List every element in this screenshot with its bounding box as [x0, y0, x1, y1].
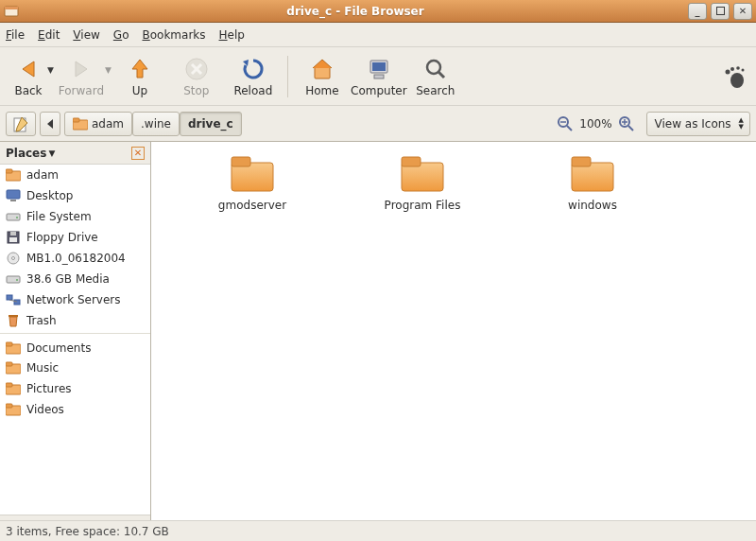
breadcrumb-item[interactable]: .wine — [132, 112, 180, 136]
folder-icon — [6, 361, 21, 375]
drive-icon — [6, 210, 21, 223]
reload-button[interactable]: Reload — [225, 54, 282, 99]
menu-view[interactable]: View — [73, 28, 99, 42]
svg-rect-34 — [10, 232, 16, 236]
location-bar: adam.winedrive_c 100% View as Icons ▲ ▼ — [0, 106, 756, 142]
sidebar-place-item[interactable]: Music — [0, 358, 150, 378]
svg-rect-29 — [7, 190, 20, 199]
drive-icon — [6, 272, 21, 286]
folder-item[interactable]: windows — [550, 153, 635, 212]
menu-bookmarks[interactable]: Bookmarks — [142, 28, 205, 42]
stop-button: Stop — [168, 54, 225, 99]
floppy-icon — [6, 231, 21, 244]
titlebar: drive_c - File Browser _ ✕ — [0, 0, 756, 23]
svg-point-15 — [736, 66, 740, 70]
svg-point-39 — [16, 279, 18, 281]
sidebar-place-item[interactable]: File System — [0, 206, 150, 227]
svg-rect-55 — [402, 157, 421, 166]
sidebar-place-item[interactable]: Documents — [0, 333, 150, 358]
svg-rect-6 — [315, 67, 330, 79]
svg-point-14 — [730, 67, 734, 71]
sidebar-resize-handle[interactable] — [0, 515, 150, 520]
svg-rect-49 — [6, 383, 12, 387]
svg-rect-47 — [6, 362, 12, 366]
home-button[interactable]: Home — [294, 54, 351, 99]
svg-rect-51 — [6, 404, 12, 408]
zoom-level[interactable]: 100% — [579, 117, 611, 131]
status-text: 3 items, Free space: 10.7 GB — [6, 525, 169, 538]
zoom-out-button[interactable] — [557, 115, 574, 132]
breadcrumb-scroll-left[interactable] — [40, 112, 60, 136]
close-sidebar-button[interactable]: ✕ — [131, 147, 145, 160]
chevron-down-icon: ▼ — [48, 148, 55, 158]
app-icon — [4, 4, 19, 19]
svg-point-13 — [726, 69, 730, 74]
folder-icon — [6, 403, 21, 416]
svg-line-11 — [438, 72, 444, 78]
sidebar-place-item[interactable]: Pictures — [0, 378, 150, 399]
menu-edit[interactable]: Edit — [38, 28, 60, 42]
svg-rect-41 — [14, 300, 20, 305]
sidebar-place-item[interactable]: adam — [0, 165, 150, 185]
sidebar-place-item[interactable]: 38.6 GB Media — [0, 269, 150, 289]
svg-rect-45 — [6, 342, 12, 346]
folder-item[interactable]: gmodserver — [210, 153, 295, 212]
view-mode-down[interactable]: ▼ — [737, 124, 746, 131]
svg-rect-30 — [10, 200, 16, 201]
zoom-in-button[interactable] — [618, 115, 635, 132]
svg-rect-1 — [5, 7, 18, 9]
minimize-button[interactable]: _ — [688, 3, 707, 20]
svg-rect-9 — [374, 75, 384, 79]
folder-icon — [400, 153, 445, 193]
network-icon — [6, 293, 21, 306]
menubar: File Edit View Go Bookmarks Help — [0, 23, 756, 47]
close-button[interactable]: ✕ — [733, 3, 752, 20]
svg-rect-31 — [7, 214, 20, 220]
trash-icon — [6, 314, 21, 327]
folder-home-icon — [6, 168, 21, 182]
forward-dropdown-icon[interactable]: ▼ — [105, 65, 112, 75]
breadcrumb-item[interactable]: adam — [64, 112, 132, 136]
maximize-button[interactable] — [711, 3, 730, 20]
folder-icon — [230, 153, 275, 193]
svg-rect-38 — [7, 276, 20, 283]
statusbar: 3 items, Free space: 10.7 GB — [0, 520, 756, 541]
menu-help[interactable]: Help — [219, 28, 245, 42]
svg-point-37 — [12, 257, 15, 260]
folder-icon — [570, 153, 615, 193]
breadcrumb-item[interactable]: drive_c — [180, 112, 242, 136]
sidebar-header[interactable]: Places ▼ ✕ — [0, 142, 150, 165]
svg-point-32 — [16, 217, 18, 218]
gnome-foot-icon — [720, 63, 747, 90]
back-dropdown-icon[interactable]: ▼ — [47, 65, 54, 75]
folder-item[interactable]: Program Files — [380, 153, 465, 212]
sidebar-place-item[interactable]: Floppy Drive — [0, 227, 150, 248]
svg-point-16 — [742, 68, 745, 71]
sidebar-place-item[interactable]: Videos — [0, 399, 150, 420]
folder-icon — [6, 341, 21, 355]
svg-rect-35 — [9, 237, 17, 242]
window-title: drive_c - File Browser — [23, 5, 688, 18]
svg-rect-53 — [232, 157, 250, 166]
sidebar-place-item[interactable]: Network Servers — [0, 289, 150, 310]
sidebar-place-item[interactable]: Trash — [0, 310, 150, 331]
svg-line-24 — [628, 126, 633, 131]
toolbar: Back ▼ Forward ▼ Up Stop Reload Home Com… — [0, 47, 756, 106]
sidebar-place-item[interactable]: MB1.0_06182004 — [0, 248, 150, 269]
file-view[interactable]: gmodserverProgram Fileswindows — [151, 142, 756, 520]
svg-point-10 — [427, 61, 440, 74]
svg-rect-19 — [73, 118, 79, 122]
view-mode-select[interactable]: View as Icons ▲ ▼ — [646, 112, 750, 136]
svg-point-12 — [730, 73, 744, 88]
computer-button[interactable]: Computer — [351, 54, 407, 99]
sidebar-place-item[interactable]: Desktop — [0, 185, 150, 206]
menu-go[interactable]: Go — [113, 28, 129, 42]
up-button[interactable]: Up — [112, 54, 168, 99]
folder-icon — [6, 382, 21, 395]
svg-rect-28 — [6, 169, 12, 173]
menu-file[interactable]: File — [6, 28, 25, 42]
svg-rect-43 — [9, 315, 18, 317]
back-button[interactable]: Back — [6, 54, 51, 99]
edit-location-button[interactable] — [6, 112, 36, 136]
search-button[interactable]: Search — [407, 54, 464, 99]
